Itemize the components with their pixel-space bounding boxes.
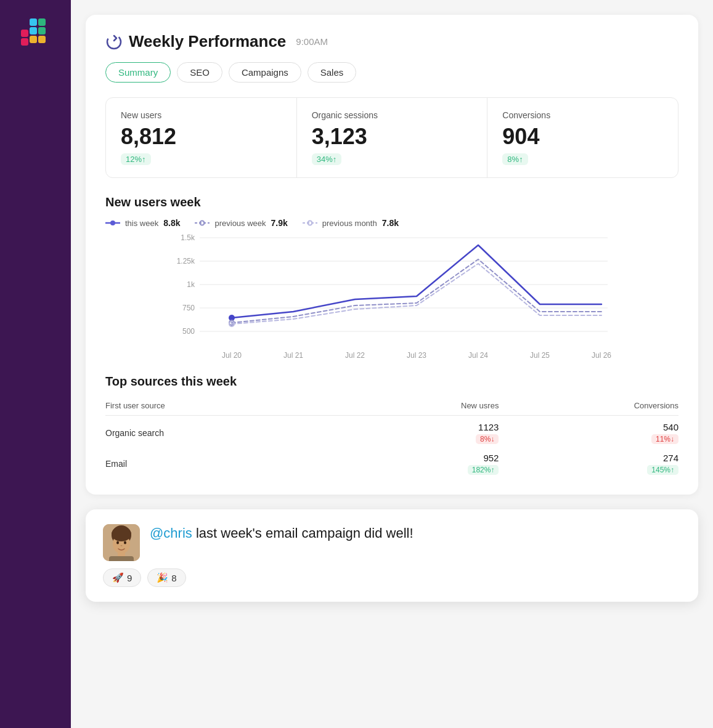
svg-text:500: 500 <box>182 327 195 336</box>
reaction-party-emoji: 🎉 <box>157 572 168 583</box>
metric-conversions-badge: 8%↑ <box>502 153 528 165</box>
metric-new-users: New users 8,812 12%↑ <box>106 98 297 177</box>
legend-prev-month-value: 7.8k <box>382 218 399 228</box>
reaction-rocket-count: 9 <box>127 573 132 583</box>
svg-text:Jul 26: Jul 26 <box>592 351 611 360</box>
metric-organic-value: 3,123 <box>312 124 473 150</box>
sources-table: First user source New usres Conversions … <box>105 397 678 477</box>
table-row: Organic search 1123 8%↓ 540 11%↓ <box>105 416 678 447</box>
svg-point-8 <box>107 35 121 49</box>
legend-this-week-label: this week <box>125 219 158 228</box>
chart-legend: this week 8.8k previous week 7.9k previo… <box>105 218 678 228</box>
table-row: Email 952 182%↑ 274 145%↑ <box>105 447 678 477</box>
mention[interactable]: @chris <box>150 525 192 541</box>
reactions: 🚀 9 🎉 8 <box>103 568 681 587</box>
svg-point-39 <box>116 541 119 544</box>
tab-sales[interactable]: Sales <box>308 62 357 83</box>
metric-new-users-value: 8,812 <box>121 124 282 150</box>
svg-point-40 <box>124 541 126 544</box>
header-row: Weekly Performance 9:00AM <box>105 32 678 51</box>
legend-dashed-light-line-icon <box>303 220 317 226</box>
metric-conversions-label: Conversions <box>502 110 663 120</box>
time-label: 9:00AM <box>296 36 328 47</box>
chart-area: 1.5k 1.25k 1k 750 500 Jul 20 Jul 21 Jul … <box>105 232 678 370</box>
sources-title: Top sources this week <box>105 374 678 389</box>
page-title: Weekly Performance <box>129 32 286 51</box>
metrics-row: New users 8,812 12%↑ Organic sessions 3,… <box>105 97 678 178</box>
legend-this-week: this week 8.8k <box>105 218 180 228</box>
svg-text:Jul 20: Jul 20 <box>222 351 242 360</box>
organic-new-users: 1123 8%↓ <box>346 416 499 447</box>
legend-solid-line-icon <box>105 220 120 226</box>
main-card: Weekly Performance 9:00AM Summary SEO Ca… <box>86 15 698 495</box>
chat-text: @chris last week's email campaign did we… <box>150 524 681 543</box>
email-new-users-badge: 182%↑ <box>468 465 499 475</box>
svg-rect-4 <box>38 18 46 26</box>
line-chart: 1.5k 1.25k 1k 750 500 Jul 20 Jul 21 Jul … <box>105 232 678 367</box>
legend-prev-month: previous month 7.8k <box>303 218 399 228</box>
tab-summary[interactable]: Summary <box>105 62 171 83</box>
svg-point-41 <box>121 545 123 546</box>
organic-new-users-number: 1123 <box>346 422 499 432</box>
svg-text:1.5k: 1.5k <box>181 233 195 242</box>
email-conversions: 274 145%↑ <box>499 447 678 477</box>
svg-rect-43 <box>109 556 134 561</box>
svg-text:1k: 1k <box>187 280 195 289</box>
svg-rect-7 <box>38 36 46 43</box>
metric-organic-badge: 34%↑ <box>312 153 342 165</box>
svg-rect-3 <box>30 27 37 34</box>
legend-prev-week-value: 7.9k <box>271 218 288 228</box>
tab-campaigns[interactable]: Campaigns <box>229 62 301 83</box>
tabs-container: Summary SEO Campaigns Sales <box>105 62 678 83</box>
svg-text:Jul 25: Jul 25 <box>530 351 550 360</box>
email-new-users: 952 182%↑ <box>346 447 499 477</box>
metric-new-users-badge: 12%↑ <box>121 153 151 165</box>
svg-text:Jul 24: Jul 24 <box>468 351 488 360</box>
tab-seo[interactable]: SEO <box>177 62 222 83</box>
organic-conversions-number: 540 <box>499 422 678 432</box>
organic-conversions-badge: 11%↓ <box>651 434 678 444</box>
svg-rect-5 <box>38 27 46 34</box>
legend-prev-month-label: previous month <box>322 219 377 228</box>
legend-prev-week-label: previous week <box>214 219 266 228</box>
avatar <box>103 524 140 561</box>
source-organic: Organic search <box>105 416 346 447</box>
svg-text:Jul 21: Jul 21 <box>283 351 303 360</box>
source-email: Email <box>105 447 346 477</box>
chart-title: New users week <box>105 195 678 209</box>
metric-organic-sessions: Organic sessions 3,123 34%↑ <box>297 98 488 177</box>
app-logo[interactable] <box>17 15 54 54</box>
organic-new-users-badge: 8%↓ <box>476 434 499 444</box>
main-content: Weekly Performance 9:00AM Summary SEO Ca… <box>71 0 713 728</box>
svg-point-38 <box>112 527 131 541</box>
svg-text:Jul 23: Jul 23 <box>407 351 426 360</box>
chat-row: @chris last week's email campaign did we… <box>103 524 681 561</box>
metric-conversions: Conversions 904 8%↑ <box>487 98 678 177</box>
legend-dashed-line-icon <box>195 220 210 226</box>
reaction-party-count: 8 <box>171 573 176 583</box>
metric-conversions-value: 904 <box>502 124 663 150</box>
legend-prev-week: previous week 7.9k <box>195 218 287 228</box>
col-new-users: New usres <box>346 397 499 416</box>
chart-section: New users week this week 8.8k previous w… <box>105 195 678 370</box>
refresh-icon <box>105 33 123 51</box>
col-source: First user source <box>105 397 346 416</box>
email-conversions-number: 274 <box>499 453 678 463</box>
reaction-party[interactable]: 🎉 8 <box>147 568 185 587</box>
email-conversions-badge: 145%↑ <box>647 465 678 475</box>
svg-text:1.25k: 1.25k <box>177 257 195 265</box>
email-new-users-number: 952 <box>346 453 499 463</box>
svg-point-10 <box>110 220 115 225</box>
organic-conversions: 540 11%↓ <box>499 416 678 447</box>
reaction-rocket-emoji: 🚀 <box>112 572 124 583</box>
svg-rect-0 <box>21 30 28 37</box>
col-conversions: Conversions <box>499 397 678 416</box>
chat-bubble: @chris last week's email campaign did we… <box>86 509 698 602</box>
svg-rect-2 <box>30 18 37 26</box>
reaction-rocket[interactable]: 🚀 9 <box>103 568 141 587</box>
legend-this-week-value: 8.8k <box>163 218 180 228</box>
sidebar <box>0 0 71 728</box>
chat-message: last week's email campaign did well! <box>192 525 414 541</box>
metric-new-users-label: New users <box>121 110 282 120</box>
svg-text:Jul 22: Jul 22 <box>345 351 365 360</box>
